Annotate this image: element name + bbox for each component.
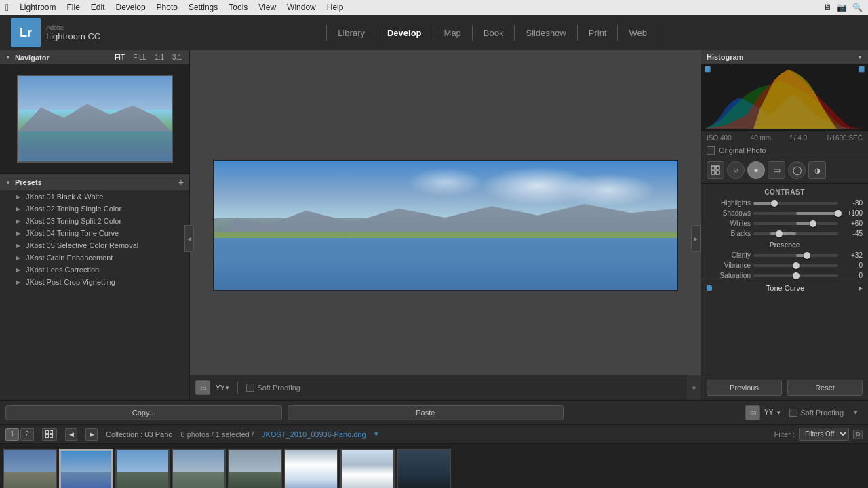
preset-item-2[interactable]: ▶ JKost 02 Toning Single Color <box>0 203 189 215</box>
grid-view-button[interactable] <box>42 428 57 441</box>
search-icon[interactable]: 🔍 <box>852 3 863 12</box>
film-thumb-5[interactable]: ★ <box>228 449 282 489</box>
next-arrow-button[interactable]: ▶ <box>85 428 98 441</box>
app-logo: Lr <box>11 18 41 47</box>
filter-dropdown[interactable]: Filters Off <box>799 428 849 441</box>
tone-curve-section[interactable]: Tone Curve ▶ <box>701 281 868 295</box>
blacks-thumb[interactable] <box>776 230 783 237</box>
menu-window[interactable]: Window <box>287 3 316 12</box>
whites-slider[interactable] <box>753 222 838 225</box>
zoom-1-1[interactable]: 1:1 <box>153 53 166 62</box>
vibrance-slider[interactable] <box>753 264 838 267</box>
film-thumb-4[interactable]: ■ <box>172 449 226 489</box>
preset-item-grain[interactable]: ▶ JKost Grain Enhancement <box>0 251 189 264</box>
film-thumb-2[interactable]: ■ ✦ <box>59 449 113 489</box>
tab-develop[interactable]: Develop <box>376 25 433 41</box>
whites-thumb[interactable] <box>810 220 816 227</box>
slider-row-saturation: Saturation 0 <box>701 270 868 281</box>
film-thumb-3[interactable]: ■ <box>115 449 170 489</box>
tab-book[interactable]: Book <box>473 25 515 41</box>
zoom-fit[interactable]: FIT <box>113 53 127 62</box>
menu-file[interactable]: File <box>67 3 80 12</box>
add-preset-button[interactable]: + <box>178 177 184 188</box>
single-view-button[interactable]: ▭ <box>195 380 210 395</box>
page-1-button[interactable]: 1 <box>5 428 19 441</box>
menu-develop[interactable]: Develop <box>116 3 146 12</box>
soft-proofing-checkbox[interactable] <box>246 384 254 392</box>
film-thumb-7[interactable]: ★ <box>340 449 395 489</box>
presets-header[interactable]: ▼ Presets + <box>0 174 189 190</box>
histogram-header[interactable]: Histogram ▼ <box>701 50 868 64</box>
circle-tool-icon[interactable]: ◯ <box>788 161 806 179</box>
highlights-thumb[interactable] <box>771 200 778 207</box>
grid-tool-icon[interactable] <box>707 161 724 179</box>
film-thumb-6[interactable]: ★ <box>284 449 338 489</box>
page-2-button[interactable]: 2 <box>20 428 34 441</box>
sliders-panel: Contrast Highlights -80 Shadows +100 Whi… <box>701 184 868 375</box>
clarity-thumb[interactable] <box>804 252 810 259</box>
preset-item-3[interactable]: ▶ JKost 03 Toning Split 2 Color <box>0 215 189 227</box>
preset-arrow: ▶ <box>16 279 20 285</box>
blacks-slider[interactable] <box>753 232 838 235</box>
preset-item-1[interactable]: ▶ JKost 01 Black & White <box>0 190 189 203</box>
shadows-thumb[interactable] <box>835 210 842 217</box>
navigator-preview[interactable] <box>0 64 189 173</box>
dropdown-icon[interactable]: ▾ <box>374 430 378 439</box>
main-photo[interactable] <box>213 160 678 291</box>
film-thumb-8[interactable]: ■ ▣ <box>397 449 451 489</box>
soft-proofing-toggle[interactable]: Soft Proofing <box>246 384 300 392</box>
saturation-thumb[interactable] <box>793 272 800 279</box>
clarity-slider[interactable] <box>753 254 838 257</box>
right-panel-collapse[interactable]: ▶ <box>691 225 701 252</box>
expand-arrow-button[interactable]: ▾ <box>849 406 863 420</box>
menu-edit[interactable]: Edit <box>91 3 105 12</box>
menu-help[interactable]: Help <box>327 3 344 12</box>
filename-label[interactable]: JKOST_2010_03936-Pano.dng <box>262 430 366 439</box>
zoom-fill[interactable]: FILL <box>131 53 149 62</box>
menu-photo[interactable]: Photo <box>157 3 178 12</box>
preset-item-5[interactable]: ▶ JKost 05 Selective Color Removal <box>0 239 189 251</box>
vibrance-thumb[interactable] <box>793 262 800 269</box>
film-thumb-1[interactable]: ■ <box>3 449 57 489</box>
copy-button[interactable]: Copy... <box>5 405 282 420</box>
prev-arrow-button[interactable]: ◀ <box>65 428 77 441</box>
tab-slideshow[interactable]: Slideshow <box>515 25 577 41</box>
half-circle-tool-icon[interactable]: ◑ <box>808 161 826 179</box>
preset-label-grain: JKost Grain Enhancement <box>26 253 113 262</box>
view-single-button[interactable]: ▭ <box>745 405 760 420</box>
previous-button[interactable]: Previous <box>707 380 782 396</box>
svg-rect-3 <box>716 171 719 174</box>
navigator-header[interactable]: ▼ Navigator FIT FILL 1:1 3:1 <box>0 50 189 64</box>
soft-proofing-checkbox2[interactable] <box>789 409 797 417</box>
menu-lightroom[interactable]: Lightroom <box>20 3 56 12</box>
shadows-slider[interactable] <box>753 212 838 215</box>
menu-tools[interactable]: Tools <box>229 3 248 12</box>
slider-row-clarity: Clarity +32 <box>701 250 868 260</box>
reset-button[interactable]: Reset <box>787 380 863 396</box>
saturation-value: 0 <box>841 272 863 279</box>
filter-settings-button[interactable]: ⚙ <box>853 430 863 439</box>
paste-button[interactable]: Paste <box>288 405 564 420</box>
left-panel-collapse[interactable]: ◀ <box>184 225 194 252</box>
center-canvas: ▭ YY ▾ Soft Proofing ▾ <box>190 50 701 400</box>
preset-item-4[interactable]: ▶ JKost 04 Toning Tone Curve <box>0 227 189 239</box>
spot-tool-icon[interactable]: ● <box>747 161 765 179</box>
canvas-expand-button[interactable]: ▾ <box>687 375 701 400</box>
menu-view[interactable]: View <box>258 3 276 12</box>
tab-web[interactable]: Web <box>618 25 658 41</box>
rect-tool-icon[interactable]: ▭ <box>768 161 785 179</box>
original-photo-checkbox[interactable] <box>707 146 715 155</box>
tab-print[interactable]: Print <box>578 25 618 41</box>
tab-library[interactable]: Library <box>326 25 376 41</box>
highlights-slider[interactable] <box>753 202 838 205</box>
soft-proofing-check2[interactable]: Soft Proofing <box>789 409 844 417</box>
saturation-slider[interactable] <box>753 274 838 277</box>
preset-item-lens[interactable]: ▶ JKost Lens Correction <box>0 264 189 276</box>
menu-settings[interactable]: Settings <box>189 3 218 12</box>
apple-menu[interactable]:  <box>5 2 9 13</box>
crop-tool-icon[interactable]: ○ <box>727 161 745 179</box>
svg-rect-5 <box>50 430 53 433</box>
preset-item-vignette[interactable]: ▶ JKost Post-Crop Vignetting <box>0 276 189 288</box>
zoom-3-1[interactable]: 3:1 <box>170 53 184 62</box>
tab-map[interactable]: Map <box>433 25 473 41</box>
